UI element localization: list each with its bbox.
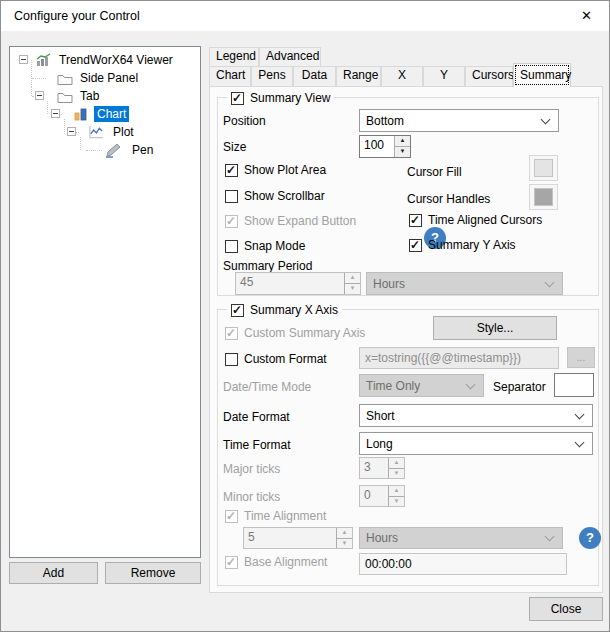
collapse-icon[interactable] — [19, 55, 28, 64]
tab-pens[interactable]: Pens — [251, 66, 293, 86]
cursor-fill-label: Cursor Fill — [407, 165, 462, 179]
tree-node-plot[interactable]: Plot — [10, 123, 200, 141]
datetime-mode-combobox: Time Only — [359, 374, 484, 397]
size-stepper[interactable]: 100 ▲▼ — [359, 135, 411, 158]
folder-icon — [57, 72, 73, 86]
tree-node-viewer[interactable]: TrendWorX64 Viewer — [10, 51, 200, 69]
checkbox-box[interactable] — [409, 239, 422, 252]
custom-format-field: x=tostring({{@@timestamp}}) — [359, 347, 559, 369]
major-ticks-value: 3 — [360, 458, 388, 478]
size-label: Size — [223, 140, 246, 154]
show-scrollbar-label: Show Scrollbar — [244, 189, 325, 203]
bar-chart-icon — [73, 107, 89, 121]
tree-node-pen[interactable]: Pen — [10, 141, 200, 159]
chevron-down-icon — [575, 409, 585, 419]
checkbox-box[interactable] — [409, 214, 422, 227]
tab-y-axis[interactable]: Y Axis — [423, 66, 465, 86]
time-alignment-stepper: 5 ▲▼ — [243, 527, 353, 549]
summary-period-stepper: 45 ▲▼ — [235, 272, 361, 295]
time-alignment-label: Time Alignment — [244, 509, 326, 523]
datetime-mode-label: Date/Time Mode — [223, 380, 311, 394]
custom-format-label: Custom Format — [244, 352, 327, 366]
minor-ticks-value: 0 — [360, 486, 388, 506]
size-value: 100 — [360, 136, 394, 157]
base-alignment-label: Base Alignment — [244, 555, 327, 569]
base-alignment-field: 00:00:00 — [359, 553, 567, 575]
tab-cursors[interactable]: Cursors — [465, 66, 513, 86]
major-ticks-stepper: 3 ▲▼ — [359, 457, 405, 479]
summary-x-axis-checkbox[interactable]: Summary X Axis — [227, 303, 342, 317]
help-icon[interactable]: ? — [579, 527, 601, 549]
checkbox-box[interactable] — [225, 164, 238, 177]
tree-node-label[interactable]: Plot — [110, 124, 137, 140]
time-aligned-cursors-checkbox[interactable]: Time Aligned Cursors — [409, 213, 542, 227]
summary-view-checkbox[interactable]: Summary View — [227, 91, 334, 105]
separator-label: Separator — [493, 380, 546, 394]
chevron-down-icon — [545, 532, 555, 542]
checkbox-box[interactable] — [225, 240, 238, 253]
tree-node-label[interactable]: Pen — [129, 142, 156, 158]
tab-summary[interactable]: Summary — [513, 63, 571, 87]
spin-down-icon: ▼ — [337, 539, 352, 549]
tab-legend[interactable]: Legend — [209, 47, 259, 66]
spin-down-icon[interactable]: ▼ — [395, 147, 410, 157]
close-icon[interactable]: ✕ — [564, 1, 609, 31]
checkbox-box[interactable] — [225, 190, 238, 203]
tree-node-label[interactable]: TrendWorX64 Viewer — [56, 52, 176, 68]
major-ticks-label: Major ticks — [223, 462, 280, 476]
tab-chart[interactable]: Chart — [209, 66, 251, 86]
show-expand-button-checkbox: Show Expand Button — [225, 214, 356, 228]
checkbox-box — [225, 556, 238, 569]
custom-summary-axis-label: Custom Summary Axis — [244, 326, 365, 340]
remove-button[interactable]: Remove — [105, 562, 201, 584]
chevron-down-icon — [545, 277, 555, 287]
time-format-label: Time Format — [223, 438, 291, 452]
tab-advanced[interactable]: Advanced — [259, 47, 321, 66]
chevron-down-icon — [541, 114, 551, 124]
trend-chart-icon — [36, 53, 52, 67]
line-plot-icon — [88, 125, 104, 139]
tree-node-chart[interactable]: Chart — [10, 105, 200, 123]
tab-range[interactable]: Range — [336, 66, 381, 86]
collapse-icon[interactable] — [67, 127, 76, 136]
show-expand-button-label: Show Expand Button — [244, 214, 356, 228]
close-button[interactable]: Close — [529, 597, 603, 621]
window-title: Configure your Control — [14, 1, 140, 31]
style-button[interactable]: Style... — [433, 316, 557, 340]
time-alignment-checkbox: Time Alignment — [225, 509, 326, 523]
summary-period-unit-combobox: Hours — [366, 272, 563, 295]
checkbox-box[interactable] — [225, 353, 238, 366]
cursor-fill-color — [534, 159, 553, 177]
summary-x-axis-label: Summary X Axis — [250, 303, 338, 317]
tree-node-label[interactable]: Chart — [94, 106, 129, 122]
cursor-fill-swatch[interactable] — [529, 155, 558, 181]
spin-up-icon[interactable]: ▲ — [395, 136, 410, 147]
tree-node-tab[interactable]: Tab — [10, 87, 200, 105]
position-combobox[interactable]: Bottom — [359, 109, 559, 132]
summary-period-label: Summary Period — [223, 259, 312, 273]
separator-field[interactable] — [554, 373, 594, 397]
date-format-combobox[interactable]: Short — [359, 404, 593, 427]
time-format-combobox[interactable]: Long — [359, 432, 593, 455]
snap-mode-checkbox[interactable]: Snap Mode — [225, 239, 305, 253]
tree-node-label[interactable]: Tab — [77, 88, 102, 104]
collapse-icon[interactable] — [35, 91, 44, 100]
tree-node-side-panel[interactable]: Side Panel — [10, 69, 200, 87]
custom-format-checkbox[interactable]: Custom Format — [225, 352, 327, 366]
show-scrollbar-checkbox[interactable]: Show Scrollbar — [225, 189, 325, 203]
tab-data[interactable]: Data — [293, 66, 336, 86]
cursor-handles-swatch[interactable] — [529, 184, 558, 210]
add-button[interactable]: Add — [9, 562, 98, 584]
folder-icon — [57, 90, 73, 104]
configure-control-dialog: Configure your Control ✕ TrendWorX64 Vie… — [0, 0, 610, 632]
tab-x-axis[interactable]: X Axis — [381, 66, 423, 86]
collapse-icon[interactable] — [51, 109, 60, 118]
summary-y-axis-checkbox[interactable]: Summary Y Axis — [409, 238, 516, 252]
checkbox-box[interactable] — [231, 304, 244, 317]
checkbox-box — [225, 327, 238, 340]
spin-down-icon: ▼ — [389, 497, 404, 507]
tree-node-label[interactable]: Side Panel — [77, 70, 141, 86]
checkbox-box[interactable] — [231, 92, 244, 105]
show-plot-area-checkbox[interactable]: Show Plot Area — [225, 163, 326, 177]
time-alignment-unit-combobox: Hours — [359, 527, 563, 549]
